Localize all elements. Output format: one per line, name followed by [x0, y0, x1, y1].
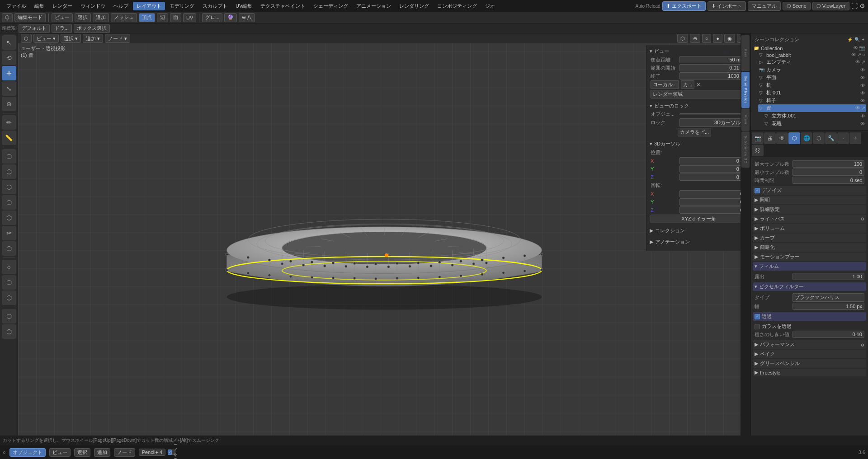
rtab-scene[interactable]: ⬡	[788, 132, 800, 144]
focal-length-value[interactable]: 50 mm	[679, 56, 747, 63]
object-mode-tag[interactable]: オブジェクト	[9, 448, 46, 457]
menu-geo[interactable]: ジオ	[481, 2, 499, 10]
rtab-output[interactable]: 🖨	[764, 132, 776, 144]
cursor-y[interactable]: 0 m	[679, 165, 747, 173]
viewport-node-menu[interactable]: ノード ▾	[105, 34, 130, 43]
measure-tool[interactable]: 📏	[2, 131, 16, 145]
tree-item-plane[interactable]: ▽ 平面 👁	[758, 74, 866, 81]
view-menu[interactable]: ビュー	[52, 13, 73, 22]
add-menu[interactable]: 追加	[93, 13, 109, 22]
collection-section-header[interactable]: ▶ コレクション	[649, 226, 749, 235]
tab-bone-physics[interactable]: Bone Physics	[741, 72, 750, 108]
node-check[interactable]: ✓	[168, 450, 172, 455]
edit-mode-dropdown[interactable]: 編集モード	[14, 13, 46, 22]
oki-sel-icon[interactable]: ↗	[861, 105, 865, 111]
rotate-tool[interactable]: ⟲	[2, 51, 16, 65]
glass-transparent-checkbox[interactable]	[755, 324, 760, 329]
render-region-btn[interactable]: レンダー領域	[651, 90, 747, 98]
menu-window[interactable]: ウィンドウ	[77, 2, 109, 10]
spin-tool[interactable]: ⬡	[2, 324, 16, 339]
view-lock-header[interactable]: ▾ ビューのロック	[649, 102, 749, 110]
annotate-tool[interactable]: ✏	[2, 115, 16, 130]
grease-pencil-header[interactable]: ▶ グリースペンシル	[753, 359, 866, 368]
edge-mode[interactable]: 辺	[157, 13, 168, 22]
tab-substance[interactable]: Substance 3D	[741, 131, 750, 168]
use-node-checkbox[interactable]: ✓ ノードを使用	[169, 450, 175, 455]
tree-item-desk[interactable]: ▽ 机 👁	[758, 81, 866, 89]
tree-item-cube001[interactable]: ▽ 立方体.001 👁	[764, 112, 866, 120]
viewport-editor-type[interactable]: ⬡	[21, 34, 32, 43]
cube-vis-icon[interactable]: 👁	[860, 113, 865, 119]
viewport-add-menu[interactable]: 追加 ▾	[83, 34, 103, 43]
menu-compositing[interactable]: コンポジティング	[434, 2, 481, 10]
filter-icon[interactable]: ⚡	[847, 37, 853, 42]
tab-view-right[interactable]: View	[741, 108, 750, 131]
scene-selector[interactable]: ⬡ Scene	[783, 2, 811, 10]
film-header[interactable]: ▾ フィルム	[753, 262, 866, 271]
add-collection-icon[interactable]: +	[862, 37, 864, 42]
menu-shading[interactable]: シェーディング	[310, 2, 352, 10]
denoise-header[interactable]: ✓ デノイズ	[753, 186, 866, 195]
view-section-header[interactable]: ▾ ビュー	[649, 47, 749, 56]
vis2-icon[interactable]: 👁	[855, 59, 860, 65]
coord-system-dropdown[interactable]: デフォルト	[19, 24, 50, 33]
denoise-checkbox[interactable]: ✓	[755, 188, 760, 193]
import-button[interactable]: ⬇ インポート	[708, 1, 746, 11]
export-button[interactable]: ⬆ エクスポート	[662, 1, 706, 11]
viewport-overlay-btn[interactable]: ⬡	[677, 34, 688, 43]
vertex-mode[interactable]: 頂点	[139, 13, 155, 22]
bisect-tool[interactable]: ⬡	[2, 241, 16, 256]
uv-mode[interactable]: UV	[183, 13, 196, 22]
visibility-icon[interactable]: 👁	[853, 45, 858, 51]
cursor-ry[interactable]: 0°	[679, 198, 747, 206]
menu-modeling[interactable]: モデリング	[166, 2, 198, 10]
menu-rendering[interactable]: レンダリング	[396, 2, 433, 10]
tree-item-chair[interactable]: ▽ 椅子 👁	[758, 97, 866, 104]
object-value[interactable]	[679, 113, 741, 115]
magnet-btn[interactable]: 🔮	[224, 13, 237, 22]
rtab-world[interactable]: 🌐	[801, 132, 812, 144]
motionblur-header[interactable]: ▶ モーションブラー	[753, 253, 866, 261]
viewport-shading-rendered[interactable]: ◉	[724, 34, 735, 43]
mesh-menu[interactable]: メッシュ	[111, 13, 137, 22]
rtab-particles[interactable]: ·	[837, 132, 849, 144]
transform-tool[interactable]: ⊕	[2, 97, 16, 111]
menu-edit[interactable]: 編集	[31, 2, 48, 10]
volume-header[interactable]: ▶ ボリューム	[753, 224, 866, 233]
sel2-icon[interactable]: ↗	[861, 59, 865, 65]
lighting-header[interactable]: ▶ 照明	[753, 196, 866, 204]
viewport-shading-solid[interactable]: ○	[702, 34, 712, 43]
move-tool[interactable]: ✛	[2, 66, 16, 80]
filter-width-value[interactable]: 1.50 px	[793, 303, 864, 310]
vis-icon[interactable]: 👁	[851, 52, 856, 58]
sel-icon[interactable]: ↗	[857, 52, 861, 58]
transparent-checkbox[interactable]: ✓	[755, 314, 760, 319]
shrink-tool[interactable]: ⬡	[2, 275, 16, 290]
search-icon[interactable]: 🔍	[854, 37, 860, 42]
menu-uv[interactable]: UV編集	[232, 2, 256, 10]
bake-header[interactable]: ▶ ベイク	[753, 350, 866, 358]
rtab-object[interactable]: ⬡	[813, 132, 825, 144]
desk-vis-icon[interactable]: 👁	[860, 83, 865, 88]
clip-start-value[interactable]: 0.01 m	[679, 64, 747, 71]
main-viewport[interactable]: ⬡ ビュー ▾ 選択 ▾ 追加 ▾ ノード ▾ ⬡ ⊕ ○ ● ◉ ⬡ ユーザー…	[18, 33, 750, 436]
smooth-tool[interactable]: ○	[2, 260, 16, 274]
drag-dropdown[interactable]: ドラ...	[52, 24, 72, 33]
knife-tool[interactable]: ✂	[2, 226, 16, 240]
local-btn[interactable]: ローカル...	[651, 80, 679, 89]
tree-item-bool-rabbit[interactable]: ▽ bool_rabbit 👁 ↗ ○	[758, 52, 866, 58]
viewlayer-selector[interactable]: ⬡ ViewLayer	[812, 2, 849, 10]
cursor-section-header[interactable]: ▾ 3Dカーソル	[649, 140, 749, 148]
pixel-filter-header[interactable]: ▾ ピクセルフィルター	[753, 282, 866, 291]
menu-layout[interactable]: レイアウト	[133, 2, 165, 10]
cursor-z[interactable]: 0 m	[679, 173, 747, 181]
clip-end-value[interactable]: 1000 m	[679, 72, 747, 80]
select-menu[interactable]: 選択	[75, 13, 91, 22]
mode-indicator[interactable]: ⬡	[2, 13, 13, 22]
node-tag[interactable]: ノード	[114, 448, 135, 457]
close-icon[interactable]: ✕	[696, 82, 701, 88]
tree-item-desk001[interactable]: ▽ 机.001 👁	[758, 89, 866, 97]
settings-icon[interactable]: ⚙	[859, 2, 865, 9]
rtab-constraints[interactable]: ⛓	[752, 145, 764, 156]
cursor-x[interactable]: 0 m	[679, 157, 747, 164]
